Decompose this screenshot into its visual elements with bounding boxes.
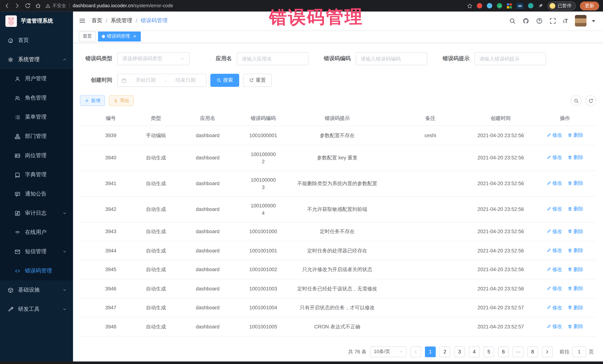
edit-link[interactable]: 修改 bbox=[546, 304, 562, 311]
chevron-right-icon bbox=[545, 349, 550, 354]
table-row: 3942自动生成dashboard100100000 4不允许获取敏感配置到前端… bbox=[80, 196, 596, 222]
sidebar-item-audit-log[interactable]: 审计日志 bbox=[0, 204, 73, 223]
sidebar-item-post-management[interactable]: 岗位管理 bbox=[0, 146, 73, 165]
edit-link[interactable]: 修改 bbox=[546, 205, 562, 212]
browser-back-icon[interactable] bbox=[4, 3, 10, 9]
trash-icon bbox=[568, 286, 572, 291]
edit-link[interactable]: 修改 bbox=[546, 285, 562, 292]
tab-error-code[interactable]: 错误码管理 bbox=[98, 31, 141, 41]
sidebar-item-online-user[interactable]: 在线用户 bbox=[0, 223, 73, 242]
cell-error-message: 只允许修改为开启或者关闭状态 bbox=[281, 260, 393, 279]
sidebar-item-dict-management[interactable]: 字典管理 bbox=[0, 165, 73, 184]
delete-link[interactable]: 删除 bbox=[568, 228, 583, 235]
date-start-placeholder[interactable]: 开始日期 bbox=[129, 77, 162, 84]
export-button[interactable]: 导出 bbox=[109, 95, 134, 106]
update-button[interactable]: 更新 bbox=[580, 1, 599, 10]
delete-link[interactable]: 删除 bbox=[568, 179, 583, 187]
edit-link[interactable]: 修改 bbox=[546, 323, 562, 330]
security-status[interactable]: 不安全 bbox=[46, 2, 66, 9]
reset-button[interactable]: 重置 bbox=[243, 74, 272, 87]
error-code-input[interactable] bbox=[356, 52, 427, 65]
paused-badge[interactable]: 已暂停 bbox=[548, 1, 576, 10]
sidebar-item-dev-tools[interactable]: 研发工具 bbox=[0, 300, 73, 319]
refresh-table-button[interactable] bbox=[585, 95, 596, 106]
delete-link[interactable]: 删除 bbox=[568, 205, 583, 212]
edit-link[interactable]: 修改 bbox=[546, 132, 562, 139]
delete-link[interactable]: 删除 bbox=[568, 132, 583, 139]
sidebar-item-infrastructure[interactable]: 基础设施 bbox=[0, 280, 73, 300]
pager-next-button[interactable] bbox=[542, 346, 553, 357]
extension-grid-icon[interactable] bbox=[507, 3, 512, 8]
extension-check-icon[interactable] bbox=[497, 3, 502, 9]
add-button[interactable]: 新增 bbox=[80, 95, 105, 106]
delete-link[interactable]: 删除 bbox=[568, 323, 583, 330]
delete-link[interactable]: 删除 bbox=[568, 265, 583, 273]
browser-home-icon[interactable] bbox=[35, 3, 41, 9]
sidebar-item-system-management[interactable]: 系统管理 bbox=[0, 50, 73, 69]
pager-page-2[interactable]: 2 bbox=[440, 346, 450, 357]
delete-link[interactable]: 删除 bbox=[568, 304, 583, 311]
pager-page-5[interactable]: 5 bbox=[483, 346, 494, 357]
extension-on-badge[interactable]: on bbox=[517, 3, 523, 9]
avatar[interactable] bbox=[575, 15, 587, 26]
fullscreen-icon[interactable] bbox=[550, 17, 556, 24]
edit-link[interactable]: 修改 bbox=[546, 228, 562, 235]
pager-prev-button[interactable] bbox=[410, 346, 421, 357]
sidebar-item-user-management[interactable]: 用户管理 bbox=[0, 69, 73, 88]
sidebar-item-dept-management[interactable]: 部门管理 bbox=[0, 127, 73, 146]
goto-page-input[interactable] bbox=[572, 346, 586, 357]
sidebar-item-menu-management[interactable]: 菜单管理 bbox=[0, 108, 73, 127]
sidebar-item-sms-management[interactable]: 短信管理 bbox=[0, 242, 73, 261]
app-name-input[interactable] bbox=[237, 52, 309, 65]
extension-red-icon[interactable] bbox=[477, 3, 482, 9]
github-icon[interactable] bbox=[523, 17, 529, 24]
sidebar-item-label: 通知公告 bbox=[25, 190, 46, 197]
extension-teal-icon[interactable] bbox=[528, 3, 533, 9]
security-label: 不安全 bbox=[52, 2, 66, 9]
help-icon[interactable] bbox=[536, 17, 543, 24]
pager-ellipsis[interactable]: ··· bbox=[513, 346, 523, 357]
toggle-search-button[interactable] bbox=[571, 95, 581, 106]
delete-link[interactable]: 删除 bbox=[568, 154, 583, 161]
pager-page-1[interactable]: 1 bbox=[425, 346, 436, 357]
pager-page-8[interactable]: 8 bbox=[527, 346, 538, 357]
search-icon[interactable] bbox=[509, 17, 516, 24]
trash-icon bbox=[568, 305, 572, 310]
close-icon[interactable] bbox=[133, 34, 137, 38]
sidebar-item-notice[interactable]: 通知公告 bbox=[0, 184, 73, 204]
edit-link[interactable]: 修改 bbox=[546, 265, 562, 273]
online-icon bbox=[15, 230, 20, 235]
edit-link[interactable]: 修改 bbox=[546, 179, 562, 187]
tab-home[interactable]: 首页 bbox=[79, 31, 96, 41]
sidebar-item-role-management[interactable]: 角色管理 bbox=[0, 88, 73, 108]
pager-page-6[interactable]: 6 bbox=[498, 346, 509, 357]
extension-pin-icon[interactable] bbox=[538, 3, 544, 9]
cell-app-name: dashboard bbox=[170, 279, 245, 298]
date-end-placeholder[interactable]: 结束日期 bbox=[169, 77, 202, 84]
browser-reload-icon[interactable] bbox=[25, 3, 31, 9]
chevron-down-icon bbox=[62, 249, 67, 254]
browser-forward-icon[interactable] bbox=[14, 3, 20, 9]
error-type-select[interactable]: 请选择错误码类型 bbox=[117, 52, 190, 65]
hamburger-icon[interactable] bbox=[73, 11, 92, 30]
edit-link[interactable]: 修改 bbox=[546, 247, 562, 254]
page-size-select[interactable]: 10条/页 bbox=[370, 346, 406, 357]
breadcrumb-home[interactable]: 首页 bbox=[92, 17, 102, 24]
search-button[interactable]: 搜索 bbox=[210, 74, 239, 87]
date-range-picker[interactable]: 开始日期 - 结束日期 bbox=[117, 74, 207, 87]
delete-link[interactable]: 删除 bbox=[568, 247, 583, 254]
avatar-caret-icon[interactable] bbox=[590, 17, 597, 24]
error-hint-input[interactable] bbox=[475, 52, 546, 65]
font-size-icon[interactable]: tT bbox=[563, 17, 568, 24]
extension-drop-icon[interactable] bbox=[487, 3, 492, 9]
cell-create-time: 2021-04-20 23:52:56 bbox=[468, 222, 534, 241]
sidebar-item-error-code-management[interactable]: 错误码管理 bbox=[0, 261, 73, 280]
bookmark-star-icon[interactable] bbox=[467, 3, 473, 9]
pager-page-3[interactable]: 3 bbox=[454, 346, 465, 357]
pager-page-4[interactable]: 4 bbox=[469, 346, 480, 357]
edit-link[interactable]: 修改 bbox=[546, 154, 562, 161]
delete-link[interactable]: 删除 bbox=[568, 285, 583, 292]
sidebar-item-home[interactable]: 首页 bbox=[0, 31, 73, 50]
address-bar[interactable]: 不安全 dashboard.yudao.iocoder.cn/system/er… bbox=[46, 2, 473, 9]
breadcrumb-system[interactable]: 系统管理 bbox=[111, 17, 132, 24]
